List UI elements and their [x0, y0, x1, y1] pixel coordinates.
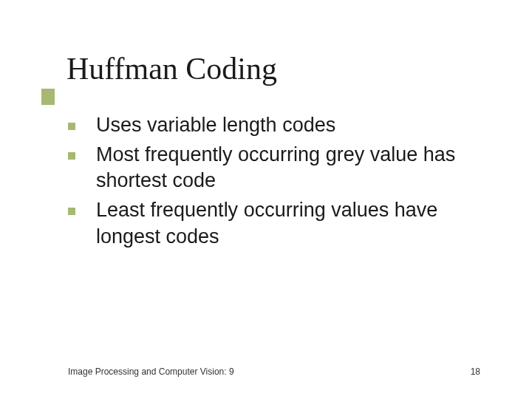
bullet-list: Uses variable length codes Most frequent… — [66, 112, 488, 250]
bullet-text: Uses variable length codes — [96, 112, 488, 139]
page-number: 18 — [471, 366, 480, 377]
accent-bar — [41, 89, 55, 105]
bullet-text: Least frequently occurring values have l… — [96, 197, 488, 250]
footer-caption: Image Processing and Computer Vision: 9 — [68, 366, 234, 377]
square-bullet-icon — [68, 152, 75, 160]
list-item: Most frequently occurring grey value has… — [68, 142, 488, 194]
square-bullet-icon — [68, 208, 75, 215]
slide-title: Huffman Coding — [66, 52, 488, 86]
list-item: Uses variable length codes — [68, 112, 488, 139]
slide: Huffman Coding Uses variable length code… — [0, 0, 532, 399]
title-container: Huffman Coding — [66, 52, 488, 86]
bullet-text: Most frequently occurring grey value has… — [96, 142, 488, 194]
list-item: Least frequently occurring values have l… — [68, 197, 488, 250]
square-bullet-icon — [68, 123, 75, 130]
